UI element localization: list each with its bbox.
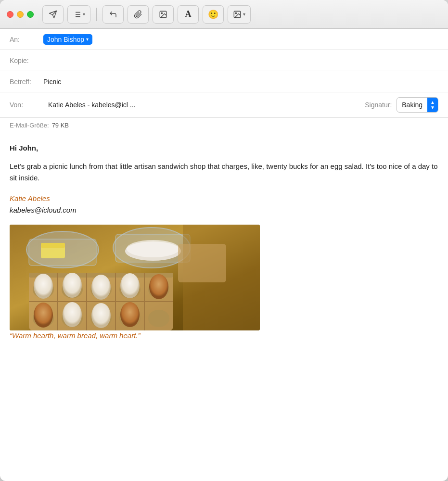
- subject-input[interactable]: Picnic: [43, 78, 438, 86]
- svg-point-11: [235, 13, 236, 13]
- image-icon: [233, 10, 242, 19]
- svg-rect-43: [41, 243, 65, 248]
- reply-button[interactable]: [102, 5, 124, 24]
- recipient-tag[interactable]: John Bishop ▾: [43, 34, 92, 45]
- toolbar-separator-1: [96, 8, 97, 21]
- svg-point-37: [63, 302, 82, 327]
- svg-point-32: [63, 273, 82, 298]
- reply-icon: [109, 10, 117, 19]
- recipient-name: John Bishop: [47, 36, 84, 43]
- send-button[interactable]: [42, 5, 64, 24]
- cc-label: Kopie:: [10, 57, 43, 64]
- signature-select-value: Baking: [397, 99, 427, 111]
- from-signature-row: Von: Katie Abeles - kabeles@icl ... Sign…: [0, 92, 448, 118]
- list-chevron-icon: ▾: [83, 12, 85, 17]
- svg-point-35: [149, 274, 168, 299]
- email-body[interactable]: Hi John, Let's grab a picnic lunch from …: [0, 133, 448, 481]
- font-icon: A: [185, 9, 192, 19]
- svg-point-33: [91, 275, 111, 300]
- photo-attachment-button[interactable]: [153, 5, 174, 24]
- signature-section: Signatur: Baking ▲ ▼: [365, 97, 438, 113]
- format-list-button[interactable]: ▾: [67, 5, 90, 24]
- cc-field-row: Kopie:: [0, 50, 448, 71]
- to-label: An:: [10, 36, 43, 43]
- signature-arrows-icon[interactable]: ▲ ▼: [427, 98, 438, 112]
- signature-image: [10, 225, 260, 330]
- svg-point-34: [120, 273, 140, 298]
- emoji-icon: 🙂: [208, 9, 218, 20]
- paperclip-icon: [134, 10, 142, 19]
- to-field-row: An: John Bishop ▾: [0, 29, 448, 50]
- image-chevron-icon: ▾: [243, 12, 245, 17]
- signature-author-email: kabeles@icloud.com: [10, 205, 438, 216]
- minimize-button[interactable]: [17, 11, 24, 18]
- image-insert-button[interactable]: ▾: [228, 5, 251, 24]
- svg-point-47: [127, 240, 179, 257]
- email-size-row: E-Mail-Größe: 79 KB: [0, 118, 448, 133]
- cc-input[interactable]: [43, 57, 438, 64]
- font-button[interactable]: A: [178, 5, 199, 24]
- subject-field-row: Betreff: Picnic: [0, 71, 448, 92]
- recipient-chevron-icon: ▾: [86, 37, 89, 42]
- subject-label: Betreff:: [10, 78, 43, 86]
- body-paragraph: Let's grab a picnic lunch from that litt…: [10, 161, 438, 184]
- attachment-button[interactable]: [128, 5, 149, 24]
- email-size-label: E-Mail-Größe:: [10, 122, 49, 129]
- from-label: Von:: [10, 101, 43, 109]
- send-icon: [49, 10, 57, 19]
- greeting-text: Hi John,: [10, 143, 438, 154]
- svg-point-31: [34, 274, 53, 299]
- photo-attachment-icon: [159, 10, 167, 19]
- emoji-button[interactable]: 🙂: [203, 5, 224, 24]
- list-icon: [73, 10, 81, 19]
- svg-point-9: [161, 13, 162, 13]
- traffic-lights: [7, 11, 34, 18]
- mail-compose-window: ▾ A 🙂: [0, 0, 448, 481]
- svg-point-36: [34, 303, 53, 328]
- quote-text: “Warm hearth, warm bread, warm heart.”: [10, 330, 438, 342]
- from-value: Katie Abeles - kabeles@icl ...: [48, 101, 136, 109]
- signature-select[interactable]: Baking ▲ ▼: [397, 97, 438, 113]
- svg-point-38: [91, 303, 111, 328]
- maximize-button[interactable]: [27, 11, 34, 18]
- toolbar: ▾ A 🙂: [0, 0, 448, 29]
- compose-area: An: John Bishop ▾ Kopie: Betreff: Picnic…: [0, 29, 448, 481]
- svg-point-30: [148, 310, 169, 327]
- svg-rect-49: [178, 244, 226, 282]
- email-size-value: 79 KB: [52, 122, 69, 129]
- to-field-value[interactable]: John Bishop ▾: [43, 34, 438, 45]
- close-button[interactable]: [7, 11, 13, 18]
- svg-point-39: [120, 302, 140, 327]
- signature-label: Signatur:: [365, 101, 392, 109]
- signature-author-name: Katie Abeles: [10, 193, 438, 204]
- baking-image-svg: [10, 225, 260, 330]
